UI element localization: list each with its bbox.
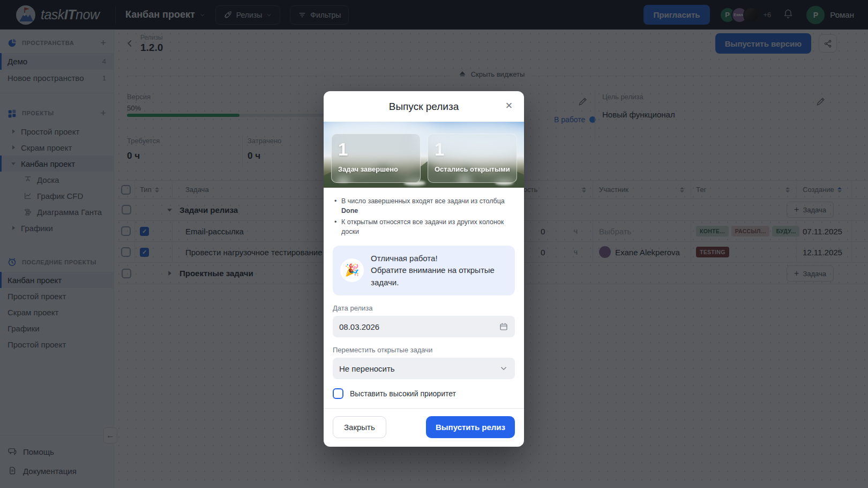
modal-title: Выпуск релиза: [389, 101, 459, 113]
modal-notes: В число завершенных входят все задачи из…: [333, 196, 515, 237]
release-date-value: 08.03.2026: [339, 322, 379, 331]
release-date-label: Дата релиза: [333, 304, 515, 312]
chevron-down-icon: [499, 364, 508, 373]
close-button[interactable]: Закрыть: [333, 416, 386, 438]
release-date-input[interactable]: 08.03.2026: [333, 316, 515, 337]
close-icon[interactable]: ×: [503, 100, 515, 113]
modal-body: В число завершенных входят все задачи из…: [324, 188, 524, 399]
modal-header: Выпуск релиза ×: [324, 91, 524, 122]
completed-label: Задач завершено: [338, 165, 414, 173]
open-label: Остались открытыми: [435, 165, 510, 173]
info-text: Обратите внимание на открытые задачи.: [371, 264, 507, 289]
note-item: В число завершенных входят все задачи из…: [333, 196, 515, 216]
stat-card-open: 1 Остались открытыми: [428, 134, 517, 183]
move-tasks-value: Не переносить: [339, 364, 395, 373]
move-tasks-select[interactable]: Не переносить: [333, 358, 515, 379]
move-tasks-label: Переместить открытые задачи: [333, 346, 515, 354]
modal-footer: Закрыть Выпустить релиз: [324, 408, 524, 447]
calendar-icon: [499, 322, 508, 331]
high-priority-label[interactable]: Выставить высокий приоритет: [350, 389, 456, 398]
party-popper-icon: 🎉: [340, 258, 364, 282]
high-priority-checkbox[interactable]: [333, 388, 343, 399]
completed-count: 1: [338, 138, 414, 160]
note-item: К открытым относятся все задачи из други…: [333, 217, 515, 236]
submit-release-button[interactable]: Выпустить релиз: [426, 416, 515, 438]
high-priority-row: Выставить высокий приоритет: [333, 388, 515, 399]
release-modal: Выпуск релиза × 1 Задач завершено 1 Оста…: [324, 91, 524, 447]
info-title: Отличная работа!: [371, 253, 507, 265]
app-root: taskITnow Канбан проект Релизы Фильтры П…: [0, 0, 868, 488]
modal-banner-image: 1 Задач завершено 1 Остались открытыми: [324, 122, 524, 188]
stat-card-completed: 1 Задач завершено: [331, 134, 421, 183]
info-box: 🎉 Отличная работа! Обратите внимание на …: [333, 246, 515, 296]
open-count: 1: [435, 138, 510, 160]
